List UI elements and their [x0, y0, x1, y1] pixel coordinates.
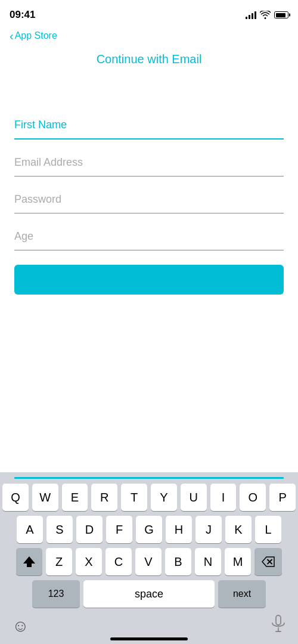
continue-button-area: [0, 265, 298, 297]
status-bar: 09:41: [0, 0, 298, 26]
key-a[interactable]: A: [17, 516, 43, 543]
status-icons: [246, 11, 288, 19]
back-chevron-icon: ‹: [10, 30, 14, 42]
status-time: 09:41: [10, 9, 35, 21]
age-field[interactable]: [14, 228, 284, 250]
space-key[interactable]: space: [83, 580, 215, 608]
page-title: Continue with Email: [97, 52, 202, 66]
delete-icon: [262, 556, 275, 567]
key-m[interactable]: M: [225, 548, 251, 575]
key-z[interactable]: Z: [46, 548, 72, 575]
age-input[interactable]: [14, 228, 284, 245]
keyboard-row-4: 123 space next: [0, 580, 298, 608]
key-p[interactable]: P: [269, 484, 296, 511]
key-y[interactable]: Y: [151, 484, 177, 511]
first-name-field[interactable]: [14, 116, 284, 140]
signal-icon: [246, 11, 256, 19]
key-j[interactable]: J: [195, 516, 222, 543]
next-key[interactable]: next: [218, 580, 266, 608]
battery-icon: [274, 11, 288, 18]
page-title-bar: Continue with Email: [0, 48, 298, 69]
key-b[interactable]: B: [165, 548, 191, 575]
delete-key[interactable]: [254, 548, 282, 575]
shift-key[interactable]: [16, 548, 42, 575]
back-button[interactable]: ‹ App Store: [10, 30, 57, 42]
key-k[interactable]: K: [225, 516, 252, 543]
first-name-input[interactable]: [14, 116, 284, 134]
key-r[interactable]: R: [91, 484, 117, 511]
key-w[interactable]: W: [32, 484, 58, 511]
key-d[interactable]: D: [76, 516, 103, 543]
key-v[interactable]: V: [135, 548, 162, 575]
key-g[interactable]: G: [136, 516, 162, 543]
keyboard-row-1: Q W E R T Y U I O P: [0, 484, 298, 511]
key-e[interactable]: E: [62, 484, 88, 511]
key-x[interactable]: X: [76, 548, 102, 575]
key-i[interactable]: I: [210, 484, 237, 511]
nav-bar: ‹ App Store: [0, 26, 298, 48]
home-indicator: [110, 637, 188, 640]
key-t[interactable]: T: [121, 484, 147, 511]
svg-marker-0: [23, 556, 35, 567]
continue-button[interactable]: [14, 265, 284, 295]
key-h[interactable]: H: [166, 516, 192, 543]
key-u[interactable]: U: [181, 484, 207, 511]
wifi-icon: [260, 11, 271, 19]
form-area: [0, 116, 298, 250]
key-n[interactable]: N: [195, 548, 221, 575]
mic-icon[interactable]: [271, 615, 286, 637]
key-c[interactable]: C: [105, 548, 132, 575]
email-field[interactable]: [14, 154, 284, 177]
key-q[interactable]: Q: [2, 484, 29, 511]
key-o[interactable]: O: [240, 484, 266, 511]
key-s[interactable]: S: [46, 516, 73, 543]
password-input[interactable]: [14, 191, 284, 208]
keyboard-row-3: Z X C V B N M: [0, 548, 298, 575]
back-label: App Store: [15, 30, 57, 41]
shift-icon: [23, 555, 36, 568]
svg-rect-3: [276, 615, 281, 625]
key-f[interactable]: F: [106, 516, 132, 543]
key-l[interactable]: L: [255, 516, 281, 543]
email-input[interactable]: [14, 154, 284, 171]
emoji-icon[interactable]: ☺: [12, 617, 29, 636]
keyboard-row-2: A S D F G H J K L: [0, 516, 298, 543]
keyboard: Q W E R T Y U I O P A S D F G H J K L Z …: [0, 472, 298, 644]
password-field[interactable]: [14, 191, 284, 213]
numbers-key[interactable]: 123: [32, 580, 80, 608]
